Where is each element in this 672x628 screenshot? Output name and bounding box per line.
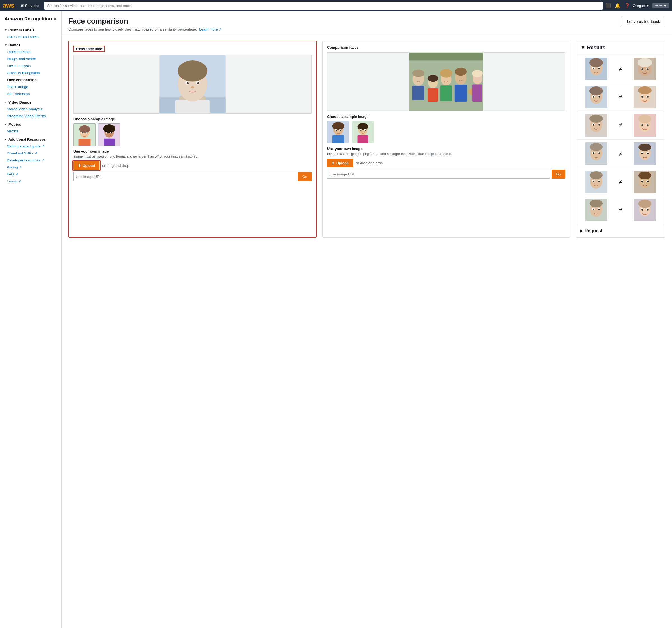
svg-point-90 [647, 96, 649, 98]
sidebar-item-celebrity-recognition[interactable]: Celebrity recognition [0, 69, 61, 76]
user-menu[interactable]: ▪▪▪▪▪▪ ▼ [652, 3, 669, 8]
reference-panel-title: Reference face [73, 46, 105, 52]
sidebar-item-stored-video-analysis[interactable]: Stored Video Analysis [0, 105, 61, 112]
comparison-or-drag: or drag and drop [356, 161, 383, 165]
svg-point-118 [647, 152, 649, 154]
result-row: ≠ [576, 196, 665, 224]
comparison-upload-button[interactable]: ⬆ Upload [327, 159, 353, 167]
sidebar-close-button[interactable]: ✕ [53, 17, 57, 22]
result-face-right-6 [634, 199, 656, 221]
search-input[interactable] [44, 2, 603, 9]
sidebar-item-getting-started[interactable]: Getting started guide ↗ [0, 143, 61, 150]
neq-symbol-4: ≠ [619, 150, 622, 157]
page-header: Face comparison Compare faces to see how… [62, 11, 672, 35]
help-icon[interactable]: ❓ [624, 3, 630, 8]
reference-go-button[interactable]: Go [298, 172, 312, 181]
svg-rect-29 [409, 53, 483, 60]
svg-point-109 [593, 152, 595, 154]
svg-point-86 [638, 86, 652, 94]
sidebar-item-pricing[interactable]: Pricing ↗ [0, 164, 61, 171]
sidebar-item-label-detection[interactable]: Label detection [0, 48, 61, 55]
svg-point-10 [191, 86, 194, 89]
reference-upload-button[interactable]: ⬆ Upload [73, 161, 99, 170]
sidebar-item-developer-resources[interactable]: Developer resources ↗ [0, 157, 61, 164]
svg-point-97 [598, 124, 600, 126]
sidebar-section-video-demos[interactable]: ▼ Video Demos [0, 97, 61, 105]
comparison-url-row: Go [327, 170, 565, 179]
leave-feedback-button[interactable]: Leave us feedback [622, 17, 665, 26]
results-title: Results [587, 45, 605, 51]
results-header[interactable]: ▼ Results [576, 41, 665, 55]
aws-logo: aws [3, 2, 15, 9]
result-face-left-4 [585, 143, 607, 165]
result-face-right-3 [634, 114, 656, 136]
services-button[interactable]: ⊞ Services [19, 2, 42, 9]
sidebar-section-demos[interactable]: ▼ Demos [0, 40, 61, 48]
reference-image-preview [73, 55, 312, 114]
svg-point-104 [647, 124, 649, 126]
reference-own-image-desc: Image must be .jpeg or .png format and n… [73, 154, 312, 158]
results-collapse-arrow: ▼ [580, 45, 585, 51]
result-face-right-4 [634, 143, 656, 165]
result-row: ≠ [576, 168, 665, 196]
comparison-url-input[interactable] [327, 170, 550, 179]
reference-sample-label: Choose a sample image [73, 117, 312, 121]
main-layout: Amazon Rekognition ✕ ▼ Custom Labels Use… [0, 11, 672, 628]
reference-sample-thumb-1[interactable] [73, 123, 96, 146]
svg-point-13 [79, 125, 90, 133]
sidebar-section-metrics[interactable]: ▼ Metrics [0, 120, 61, 128]
neq-symbol-1: ≠ [619, 65, 622, 73]
comparison-go-button[interactable]: Go [552, 170, 565, 179]
request-section[interactable]: ▶ Request [576, 224, 665, 237]
sidebar-item-ppe-detection[interactable]: PPE detection [0, 91, 61, 97]
svg-point-74 [642, 68, 643, 70]
svg-rect-50 [332, 135, 344, 143]
reference-sample-thumb-2[interactable] [98, 123, 120, 146]
svg-point-61 [360, 130, 362, 131]
sidebar-item-forum[interactable]: Forum ↗ [0, 178, 61, 185]
svg-point-69 [598, 68, 600, 69]
svg-rect-22 [104, 139, 115, 146]
comparison-panel-title: Comparison faces [327, 45, 565, 50]
svg-point-81 [593, 96, 595, 98]
svg-point-34 [428, 75, 438, 82]
sidebar-item-facial-analysis[interactable]: Facial analysis [0, 62, 61, 69]
sidebar-item-text-in-image[interactable]: Text in image [0, 83, 61, 91]
reference-url-input[interactable] [73, 172, 296, 181]
comparison-sample-label: Choose a sample image [327, 115, 565, 119]
sidebar-item-use-custom-labels[interactable]: Use Custom Labels [0, 33, 61, 40]
cloud-icon[interactable]: ⬛ [605, 3, 611, 8]
sidebar-item-metrics[interactable]: Metrics [0, 128, 61, 134]
comparison-image-preview [327, 52, 565, 111]
result-row: ≠ [576, 111, 665, 140]
comparison-sample-thumb-1[interactable] [327, 121, 350, 143]
sidebar-item-faq[interactable]: FAQ ↗ [0, 171, 61, 178]
sidebar-item-image-moderation[interactable]: Image moderation [0, 55, 61, 62]
sidebar-section-additional-resources[interactable]: ▼ Additional Resources [0, 134, 61, 143]
comparison-sample-thumb-2[interactable] [352, 121, 374, 143]
svg-point-114 [639, 144, 651, 151]
comparison-upload-row: ⬆ Upload or drag and drop [327, 159, 565, 167]
result-face-left-1 [585, 58, 607, 80]
svg-point-53 [336, 130, 337, 131]
svg-point-146 [647, 209, 649, 211]
svg-point-37 [440, 69, 453, 77]
sidebar-item-face-comparison[interactable]: Face comparison [0, 76, 61, 83]
result-face-left-3 [585, 114, 607, 136]
sidebar-item-download-sdks[interactable]: Download SDKs ↗ [0, 150, 61, 157]
sidebar-item-streaming-video-events[interactable]: Streaming Video Events [0, 112, 61, 120]
svg-point-123 [593, 180, 595, 182]
reference-face-panel: Reference face [68, 41, 317, 237]
svg-rect-14 [79, 139, 91, 146]
bell-icon[interactable]: 🔔 [615, 3, 621, 8]
results-panel: ▼ Results ≠ [576, 41, 665, 237]
svg-point-17 [82, 132, 83, 134]
svg-point-5 [178, 60, 208, 82]
region-selector[interactable]: Oregon ▼ [633, 4, 650, 8]
sidebar-section-custom-labels[interactable]: ▼ Custom Labels [0, 25, 61, 33]
svg-rect-3 [175, 100, 210, 114]
svg-point-26 [111, 132, 112, 134]
learn-more-link[interactable]: Learn more ↗ [199, 27, 222, 31]
top-nav: aws ⊞ Services ⬛ 🔔 ❓ Oregon ▼ ▪▪▪▪▪▪ ▼ [0, 0, 672, 11]
svg-rect-35 [428, 89, 438, 102]
